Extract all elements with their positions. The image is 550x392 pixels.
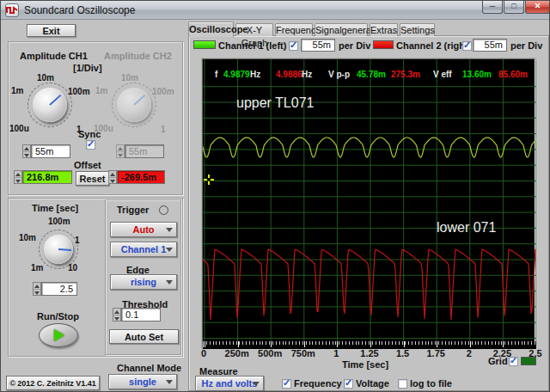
- channel1-enable-checkbox[interactable]: [289, 41, 298, 51]
- tab-extras[interactable]: Extras: [370, 23, 398, 36]
- channel-mode-dropdown[interactable]: single: [108, 374, 177, 389]
- knob-tick-label: 1m: [31, 263, 43, 273]
- log-to-file-checkbox[interactable]: [398, 379, 407, 389]
- per-div-label: per Div: [339, 40, 370, 51]
- meas-veff-ch1: 13.60m: [462, 70, 492, 79]
- tab-frequency[interactable]: Frequency: [275, 23, 313, 36]
- title-bar[interactable]: Soundcard Oszilloscope ─ □ ✕: [1, 1, 550, 20]
- chevron-down-icon: [253, 382, 260, 386]
- app-window: Soundcard Oszilloscope ─ □ ✕ Exit Amplit…: [0, 0, 550, 392]
- offset-label: Offset: [74, 160, 101, 170]
- frequency-checkbox[interactable]: [282, 379, 291, 389]
- frequency-label: Frequency: [294, 378, 342, 389]
- meas-f-label: f: [215, 70, 217, 79]
- per-div-unit-label: [1/Div]: [73, 63, 102, 73]
- trigger-channel-dropdown[interactable]: Channel 1: [110, 242, 177, 257]
- app-icon: [5, 3, 19, 17]
- threshold-stepper[interactable]: [113, 308, 121, 322]
- scope-plot[interactable]: f 4.9879 Hz 4.9886 Hz V p-p 45.78m 275.3…: [202, 58, 535, 348]
- voltage-checkbox[interactable]: [344, 379, 353, 389]
- tab-oscilloscope[interactable]: Oscilloscope: [188, 21, 234, 37]
- knob-tick-label: 1: [161, 125, 166, 134]
- knob-tick-label: 10m: [19, 233, 36, 242]
- x-tick-label: 1.75: [426, 348, 444, 358]
- knob-tick-label: 1: [75, 236, 80, 245]
- log-to-file-label: log to file: [410, 378, 452, 389]
- knob-tick-label: 100m: [152, 87, 174, 96]
- offset-reset-button[interactable]: Reset: [76, 171, 109, 186]
- x-tick-label: 250m: [225, 348, 249, 358]
- channel1-per-div-field[interactable]: 55m: [301, 39, 335, 52]
- run-stop-label: Run/Stop: [37, 311, 79, 322]
- amplitude-ch2-label: Amplitude CH2: [104, 51, 172, 61]
- meas-f-ch1: 4.9879: [223, 70, 250, 79]
- minimize-icon[interactable]: ─: [482, 1, 503, 14]
- knob-tick-label: 1m: [95, 86, 107, 95]
- meas-veff-label: V eff: [433, 70, 452, 79]
- exit-button[interactable]: Exit: [27, 24, 76, 37]
- x-tick-label: 750m: [291, 348, 315, 358]
- meas-vpp-label: V p-p: [328, 70, 350, 79]
- knob-tick-label: 100u: [9, 124, 29, 133]
- offset-ch1-field[interactable]: 216.8m: [22, 170, 72, 184]
- amplitude-ch1-field[interactable]: 55m: [31, 144, 70, 158]
- x-tick-label: 0: [201, 348, 206, 358]
- trigger-edge-dropdown[interactable]: rising: [110, 274, 177, 290]
- meas-vpp-ch1: 45.78m: [357, 70, 386, 79]
- trigger-mode-dropdown[interactable]: Auto: [110, 222, 177, 237]
- auto-set-button[interactable]: Auto Set: [109, 329, 179, 344]
- chevron-down-icon: [166, 248, 173, 252]
- crosshair-cursor-icon[interactable]: [204, 175, 214, 185]
- about-button[interactable]: © 2012 C. Zeitnitz V1.41: [6, 376, 100, 390]
- offset-ch1-stepper[interactable]: [14, 170, 22, 184]
- x-tick-label: 2: [467, 348, 472, 358]
- knob-tick-label: 10: [68, 263, 77, 273]
- grid-color-swatch[interactable]: [521, 357, 536, 365]
- meas-hz1-label: Hz: [250, 70, 260, 79]
- channel1-color-swatch: [193, 40, 216, 49]
- chevron-down-icon: [166, 228, 173, 232]
- trigger-led: [159, 205, 168, 215]
- maximize-icon[interactable]: □: [504, 1, 524, 14]
- x-axis-title: Time [sec]: [342, 359, 388, 370]
- knob-tick-label: 10m: [121, 73, 138, 83]
- offset-ch2-stepper[interactable]: [108, 170, 117, 184]
- grid-checkbox[interactable]: [509, 357, 518, 366]
- lower-trace-annotation: lower 071: [437, 220, 496, 236]
- play-icon: [54, 329, 64, 341]
- close-icon[interactable]: ✕: [525, 1, 550, 14]
- time-field[interactable]: 2.5: [41, 282, 77, 296]
- chevron-down-icon: [166, 280, 173, 285]
- amplitude-ch2-field[interactable]: 55m: [125, 144, 164, 158]
- tab-signalgenerator[interactable]: Signalgenerator: [315, 23, 368, 36]
- amplitude-ch2-stepper[interactable]: [116, 144, 125, 158]
- meas-hz2-label: Hz: [302, 70, 312, 79]
- threshold-field[interactable]: 0.1: [121, 308, 161, 322]
- knob-tick-label: 1m: [11, 86, 23, 95]
- amplitude-ch1-label: Amplitude CH1: [20, 51, 88, 61]
- meas-veff-ch2: 85.60m: [498, 70, 528, 79]
- channel2-enable-checkbox[interactable]: [462, 41, 472, 51]
- offset-ch2-field[interactable]: -269.5m: [117, 170, 165, 184]
- amplitude-ch1-stepper[interactable]: [22, 144, 31, 158]
- channel2-per-div-field[interactable]: 55m: [473, 39, 507, 52]
- sync-checkbox[interactable]: [86, 140, 95, 150]
- x-tick-label: 1.5: [396, 348, 409, 358]
- meas-f-ch2: 4.9886: [276, 70, 302, 79]
- grid-label: Grid: [488, 356, 508, 366]
- measure-mode-dropdown[interactable]: Hz and volts: [195, 376, 264, 391]
- knob-tick-label: 10m: [37, 73, 54, 83]
- tab-settings[interactable]: Settings: [400, 23, 435, 36]
- per-div-label: per Div: [510, 40, 542, 51]
- window-title: Soundcard Oszilloscope: [24, 4, 135, 16]
- meas-vpp-ch2: 275.3m: [391, 70, 420, 79]
- channel2-label: Channel 2 (right): [396, 40, 471, 51]
- channel-mode-label: Channel Mode: [117, 363, 181, 373]
- upper-trace-annotation: upper TL071: [236, 95, 314, 111]
- voltage-label: Voltage: [356, 378, 389, 389]
- trigger-label: Trigger: [117, 205, 149, 215]
- time-stepper[interactable]: [33, 282, 41, 296]
- run-stop-button[interactable]: [39, 323, 78, 347]
- knob-tick-label: 100u: [94, 124, 113, 133]
- channel2-color-swatch: [373, 40, 394, 49]
